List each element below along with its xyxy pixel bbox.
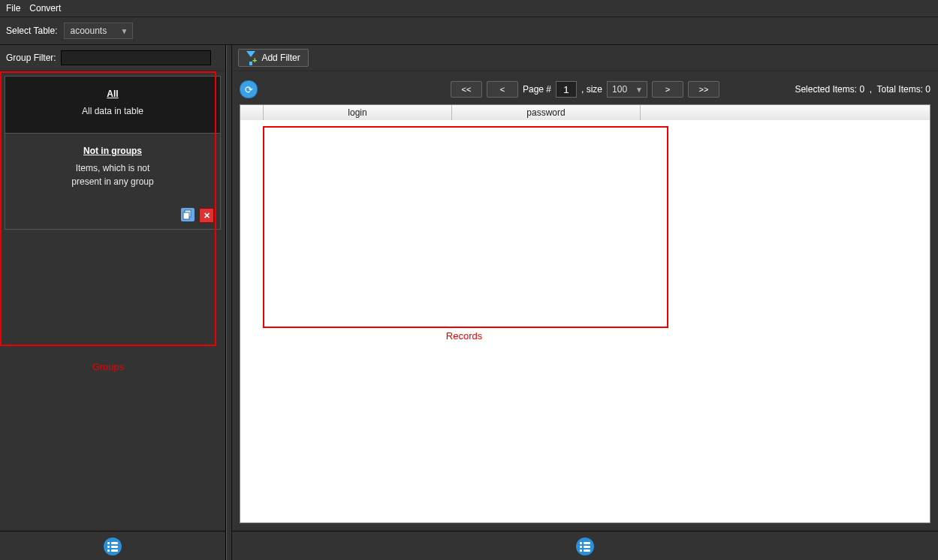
add-filter-button[interactable]: + Add Filter <box>238 49 309 67</box>
left-bottom-strip <box>0 531 225 560</box>
group-filter-bar: Group Filter: <box>0 45 225 71</box>
group-filter-input[interactable] <box>61 50 211 65</box>
table-body <box>240 120 930 522</box>
add-filter-label: Add Filter <box>261 53 300 63</box>
right-pane: + Add Filter ⟳ << < Page # , size 100 ▼ <box>232 45 938 560</box>
page-size-value: 100 <box>612 84 633 95</box>
next-page-button[interactable]: > <box>652 81 683 98</box>
table-header: login password <box>240 105 930 121</box>
size-label: , size <box>581 84 602 95</box>
chevron-down-icon: ▼ <box>633 86 645 94</box>
col-password[interactable]: password <box>452 105 641 120</box>
delete-icon[interactable]: ✕ <box>199 208 214 223</box>
group-filter-label: Group Filter: <box>6 53 56 63</box>
filter-icon <box>246 51 255 57</box>
records-table: login password Records <box>240 104 930 523</box>
group-not-in-groups[interactable]: Not in groups Items, which is not presen… <box>5 134 221 230</box>
page-number-input[interactable] <box>556 81 577 98</box>
select-table-value: acoounts <box>71 26 119 36</box>
filter-bar: + Add Filter <box>232 45 938 71</box>
group-nig-title: Not in groups <box>11 146 214 156</box>
page-label: Page # <box>523 84 551 95</box>
svg-rect-1 <box>183 212 189 219</box>
menu-convert[interactable]: Convert <box>29 3 61 14</box>
list-icon[interactable] <box>104 537 122 555</box>
prev-page-button[interactable]: < <box>487 81 518 98</box>
groups-area: All All data in table Not in groups Item… <box>0 71 225 531</box>
chevron-down-icon: ▼ <box>119 27 131 35</box>
status-text: Selected Items: 0 , Total Items: 0 <box>795 84 930 95</box>
refresh-button[interactable]: ⟳ <box>240 80 258 98</box>
group-all-title: All <box>11 89 214 99</box>
menu-file[interactable]: File <box>6 3 20 14</box>
col-login[interactable]: login <box>264 105 452 120</box>
last-page-button[interactable]: >> <box>688 81 719 98</box>
records-area: ⟳ << < Page # , size 100 ▼ > >> Selected… <box>232 71 938 531</box>
right-bottom-strip <box>232 531 938 560</box>
group-all-desc: All data in table <box>11 105 214 118</box>
list-icon[interactable] <box>576 537 594 555</box>
group-nig-desc: Items, which is not present in any group <box>11 162 214 188</box>
first-page-button[interactable]: << <box>451 81 482 98</box>
annotation-groups-label: Groups <box>0 361 216 372</box>
copy-icon[interactable] <box>181 208 195 221</box>
records-toolbar: ⟳ << < Page # , size 100 ▼ > >> Selected… <box>240 79 930 100</box>
top-toolbar: Select Table: acoounts ▼ <box>0 17 938 45</box>
left-pane: Group Filter: All All data in table Not … <box>0 45 226 560</box>
vertical-splitter[interactable] <box>226 45 232 560</box>
select-table-label: Select Table: <box>6 26 58 36</box>
col-selector[interactable] <box>240 105 264 120</box>
page-size-select[interactable]: 100 ▼ <box>607 81 647 98</box>
select-table-dropdown[interactable]: acoounts ▼ <box>64 23 133 39</box>
menubar: File Convert <box>0 0 938 17</box>
group-all[interactable]: All All data in table <box>5 76 221 134</box>
